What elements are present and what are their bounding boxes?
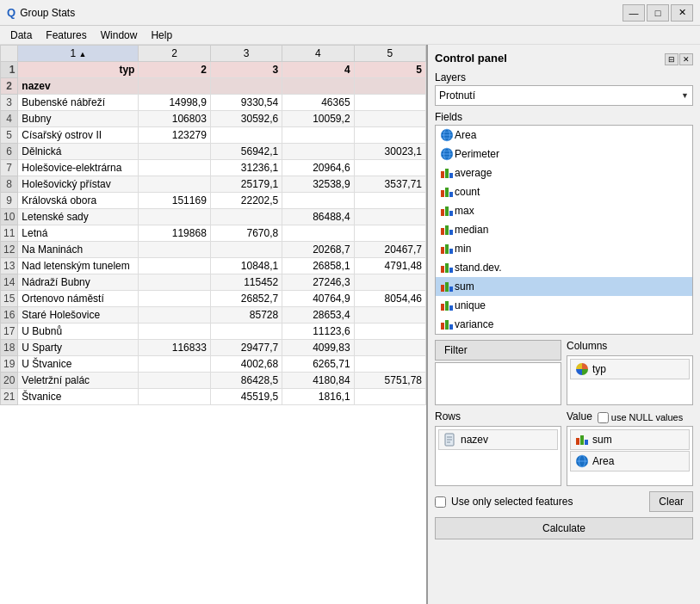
table-row: 20Veletržní palác86428,54180,845751,78 [1, 373, 426, 389]
layers-dropdown[interactable]: Protnutí ▼ [435, 85, 693, 106]
panel-close-button[interactable]: ✕ [679, 53, 693, 65]
table-cell: U Štvanice [18, 356, 139, 373]
field-item[interactable]: sum [436, 277, 692, 296]
sort-arrow: ▲ [78, 50, 86, 59]
value-drop-area[interactable]: sum Area [567, 426, 693, 486]
menu-bar: Data Features Window Help [0, 26, 700, 45]
table-row: 6Dělnická56942,130023,1 [1, 144, 426, 160]
value-item[interactable]: Area [570, 451, 690, 471]
menu-window[interactable]: Window [94, 28, 145, 43]
table-row: 11Letná1198687670,8 [1, 225, 426, 242]
table-cell [282, 144, 354, 160]
table-cell: 40764,9 [282, 291, 354, 307]
table-cell [354, 78, 425, 95]
table-cell [139, 144, 210, 160]
use-selected-label: Use only selected features [451, 496, 573, 508]
field-item[interactable]: max [436, 201, 692, 220]
svg-rect-23 [445, 244, 449, 254]
menu-data[interactable]: Data [3, 28, 39, 43]
app-icon: Q [7, 6, 15, 19]
minimize-button[interactable]: — [623, 4, 645, 22]
table-scroll[interactable]: 1 ▲ 2 3 4 5 1typ23452nazev3Bubenské nábř… [0, 45, 426, 604]
field-item[interactable]: average [436, 163, 692, 182]
svg-rect-10 [441, 171, 444, 178]
table-cell: 6265,71 [282, 356, 354, 373]
row-number: 18 [1, 340, 18, 356]
filter-button[interactable]: Filter [435, 340, 561, 361]
col-header-2[interactable]: 2 [139, 46, 210, 62]
table-cell: Štvanice [18, 389, 139, 405]
table-cell: 1816,1 [282, 389, 354, 405]
title-bar: Q Group Stats — □ ✕ [0, 0, 700, 26]
table-cell [139, 373, 210, 389]
field-item[interactable]: variance [436, 315, 692, 334]
table-cell: 7670,8 [210, 225, 282, 242]
use-null-checkbox[interactable] [598, 412, 609, 423]
panel-restore-button[interactable]: ⊟ [665, 53, 678, 65]
table-row: 18U Sparty11683329477,74099,83 [1, 340, 426, 356]
value-item[interactable]: sum [570, 429, 690, 450]
calculate-button[interactable]: Calculate [435, 517, 693, 539]
table-row: 12Na Maninách20268,720467,7 [1, 242, 426, 258]
close-button[interactable]: ✕ [671, 4, 693, 22]
table-cell [139, 258, 210, 274]
layers-value: Protnutí [439, 89, 475, 102]
value-item-label: Area [592, 455, 614, 467]
table-cell: Bubenské nábřeží [18, 95, 139, 111]
svg-rect-19 [441, 228, 444, 235]
row-number: 17 [1, 324, 18, 340]
use-selected-checkbox[interactable] [435, 496, 446, 508]
table-cell [354, 324, 425, 340]
table-cell [354, 127, 425, 144]
table-cell: 30592,6 [210, 111, 282, 127]
col-header-4[interactable]: 4 [282, 46, 354, 62]
col-header-1[interactable]: 1 ▲ [18, 46, 139, 62]
globe-icon [439, 146, 455, 162]
field-item[interactable]: unique [436, 296, 692, 315]
table-cell: Císařský ostrov II [18, 127, 139, 144]
table-cell [210, 324, 282, 340]
table-cell: 20964,6 [282, 160, 354, 176]
table-cell [354, 193, 425, 209]
table-cell [139, 176, 210, 193]
chart-icon [439, 279, 455, 294]
table-cell: Staré Holešovice [18, 307, 139, 324]
filter-drop-area[interactable] [435, 362, 561, 405]
field-name: variance [455, 318, 493, 330]
table-cell: 25179,1 [210, 176, 282, 193]
col-header-3[interactable]: 3 [210, 46, 282, 62]
field-item[interactable]: count [436, 182, 692, 201]
data-table: 1 ▲ 2 3 4 5 1typ23452nazev3Bubenské nábř… [0, 45, 426, 405]
table-row: 1typ2345 [1, 62, 426, 78]
column-header-row: 1 ▲ 2 3 4 5 [1, 46, 426, 62]
clear-button[interactable]: Clear [649, 491, 693, 512]
fields-label: Fields [435, 111, 693, 123]
app-title: Group Stats [20, 7, 75, 19]
menu-features[interactable]: Features [39, 28, 93, 43]
table-cell: 4180,84 [282, 373, 354, 389]
field-item[interactable]: min [436, 239, 692, 258]
col-header-5[interactable]: 5 [354, 46, 425, 62]
svg-rect-31 [441, 304, 444, 311]
columns-drop-area[interactable]: typ [567, 355, 693, 405]
table-cell [354, 356, 425, 373]
menu-help[interactable]: Help [144, 28, 179, 43]
table-cell [354, 160, 425, 176]
svg-rect-14 [445, 188, 449, 197]
fields-list[interactable]: Area Perimeter average count max median [435, 125, 693, 335]
field-item[interactable]: Perimeter [436, 145, 692, 163]
table-cell: 4 [282, 62, 354, 78]
columns-item[interactable]: typ [570, 359, 690, 379]
row-number: 9 [1, 193, 18, 209]
rows-drop-area[interactable]: nazev [435, 426, 561, 486]
field-name: max [455, 205, 474, 217]
field-item[interactable]: stand.dev. [436, 258, 692, 277]
table-cell: 8054,46 [354, 291, 425, 307]
rows-item[interactable]: nazev [438, 429, 558, 450]
table-cell [139, 356, 210, 373]
field-item[interactable]: Area [436, 126, 692, 145]
table-cell: 123279 [139, 127, 210, 144]
row-number: 11 [1, 225, 18, 242]
maximize-button[interactable]: □ [647, 4, 669, 22]
field-item[interactable]: median [436, 220, 692, 239]
